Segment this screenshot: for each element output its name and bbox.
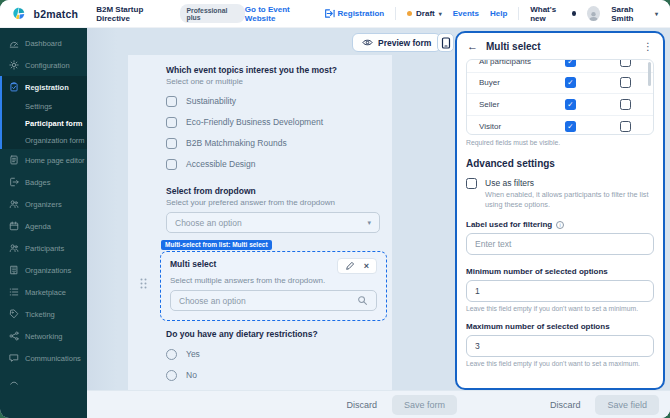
selected-field-header: Multi select × [170, 259, 377, 274]
filter-label-row: Label used for filtering i [466, 220, 654, 229]
sidebar-item-dashboard[interactable]: Dashboard [0, 32, 87, 54]
clipboard-icon [9, 82, 19, 92]
go-to-event-website-link[interactable]: Go to Event Website [245, 5, 313, 23]
avatar[interactable] [587, 6, 600, 21]
question-title-dietary: Do you have any dietary restrictions? [166, 329, 380, 339]
use-as-filters-checkbox[interactable] [466, 178, 477, 189]
radio-option-yes[interactable]: Yes [166, 348, 380, 360]
list-caption: Required fields must be visible. [466, 139, 654, 146]
radio-button[interactable] [166, 370, 177, 381]
min-options-label: Minimum number of selected options [466, 267, 654, 276]
checkbox[interactable] [166, 96, 177, 107]
max-options-label: Maximum number of selected options [466, 322, 654, 331]
registration-link[interactable]: Registration [324, 8, 385, 19]
checkbox[interactable] [166, 159, 177, 170]
sidebar-item-participants[interactable]: Participants [0, 237, 87, 259]
sidebar-item-communications[interactable]: Communications [0, 347, 87, 369]
people-icon [9, 243, 19, 253]
selected-checkbox[interactable]: ✓ [565, 77, 576, 88]
selected-checkbox[interactable]: ✓ [565, 99, 576, 110]
sidebar-item-marketplace[interactable]: Marketplace [0, 281, 87, 303]
save-form-button[interactable]: Save form [392, 395, 457, 415]
checkbox-option-accessible[interactable]: Accessible Design [166, 158, 380, 170]
filter-label-input[interactable] [466, 233, 654, 255]
field-action-buttons: × [337, 258, 377, 274]
advanced-settings-title: Advanced settings [466, 158, 654, 169]
close-icon[interactable]: × [364, 262, 369, 271]
selected-field-subtitle: Select multiple answers from the dropdow… [170, 276, 377, 285]
checkbox-option-eco-friendly[interactable]: Eco-Friendly Business Development [166, 116, 380, 128]
option-row-visitor: Visitor ✓ [467, 116, 653, 136]
multi-select-input[interactable]: Choose an option [170, 290, 377, 311]
dropdown-select[interactable]: Choose an option ▾ [166, 212, 380, 233]
document-icon [9, 155, 19, 165]
plan-badge: Professional plus [180, 4, 245, 23]
min-options-hint: Leave this field empty if you don't want… [466, 305, 654, 312]
edit-icon[interactable] [345, 261, 355, 271]
scrollbar[interactable] [648, 62, 651, 86]
header-right: Go to Event Website Registration Draft ▾… [245, 5, 658, 23]
status-dropdown[interactable]: Draft ▾ [407, 9, 442, 18]
required-checkbox[interactable] [620, 99, 631, 110]
save-field-button[interactable]: Save field [595, 395, 659, 415]
options-list: All participants ✓ Buyer ✓ Seller ✓ [466, 59, 654, 135]
selected-field-title: Multi select [170, 259, 216, 269]
required-checkbox[interactable] [620, 77, 631, 88]
sidebar-item-home-page-editor[interactable]: Home page editor [0, 149, 87, 171]
sidebar-item-settings[interactable]: Settings [2, 98, 87, 115]
sidebar-item-ticketing[interactable]: Ticketing [0, 303, 87, 325]
required-checkbox[interactable] [620, 59, 631, 67]
user-menu[interactable]: Sarah Smith ▾ [611, 5, 658, 23]
max-options-hint: Leave this field empty if you don't want… [466, 360, 654, 367]
max-options-input[interactable] [466, 335, 654, 357]
sidebar-item-networking[interactable]: Networking [0, 325, 87, 347]
use-as-filters-row: Use as filters When enabled, it allows p… [466, 178, 654, 210]
mobile-preview-button[interactable] [437, 33, 454, 52]
sidebar-item-configuration[interactable]: Configuration [0, 54, 87, 76]
chevron-down-icon: ▾ [655, 10, 658, 17]
info-icon: i [556, 221, 564, 229]
selected-checkbox[interactable]: ✓ [565, 121, 576, 132]
events-link[interactable]: Events [453, 9, 479, 18]
checkbox-option-sustainability[interactable]: Sustainability [166, 95, 380, 107]
sidebar: Dashboard Configuration Registration Set… [0, 28, 87, 418]
sidebar-item-participant-form[interactable]: Participant form [2, 115, 87, 132]
building-icon [9, 265, 19, 275]
sidebar-item-badges[interactable]: Badges [0, 171, 87, 193]
option-row-buyer: Buyer ✓ [467, 73, 653, 95]
required-checkbox[interactable] [620, 121, 631, 132]
header-left: b2match B2M Startup Directive Profession… [12, 4, 245, 23]
chevron-down-icon: ▾ [439, 10, 442, 17]
kebab-menu-icon[interactable]: ⋮ [643, 41, 653, 52]
sidebar-item-agenda[interactable]: Agenda [0, 215, 87, 237]
min-options-input[interactable] [466, 280, 654, 302]
radio-button[interactable] [166, 349, 177, 360]
b2match-logo: b2match [34, 8, 79, 20]
selected-field-multi-select[interactable]: Multi select × Select multiple answers f… [160, 251, 387, 321]
discard-field-button[interactable]: Discard [550, 400, 581, 410]
gear-icon [9, 60, 19, 70]
sidebar-item-partial[interactable] [0, 369, 87, 391]
sidebar-item-registration[interactable]: Registration [2, 76, 87, 98]
user-name: Sarah Smith [611, 5, 651, 23]
sidebar-item-organizers[interactable]: Organizers [0, 193, 87, 215]
radio-option-no[interactable]: No [166, 369, 380, 381]
selected-checkbox[interactable]: ✓ [565, 59, 576, 67]
form-canvas: Which event topics interest you the most… [128, 55, 392, 418]
checkbox[interactable] [166, 138, 177, 149]
event-name: B2M Startup Directive [96, 5, 171, 23]
discard-form-button[interactable]: Discard [346, 400, 377, 410]
checkbox[interactable] [166, 117, 177, 128]
preview-form-button[interactable]: Preview form [352, 33, 441, 52]
back-icon[interactable]: ← [467, 41, 478, 52]
whats-new-link[interactable]: What's new [530, 5, 576, 23]
sidebar-item-organization-form[interactable]: Organization form [2, 132, 87, 149]
help-link[interactable]: Help [490, 9, 507, 18]
field-actions: Discard Save field [550, 391, 659, 418]
notification-dot [572, 11, 576, 16]
question-subtitle-topics: Select one or multiple [166, 77, 380, 86]
checkbox-option-b2b[interactable]: B2B Matchmaking Rounds [166, 137, 380, 149]
sidebar-item-organizations[interactable]: Organizations [0, 259, 87, 281]
draft-status-dot [407, 11, 412, 16]
drag-handle-icon[interactable] [140, 278, 147, 289]
